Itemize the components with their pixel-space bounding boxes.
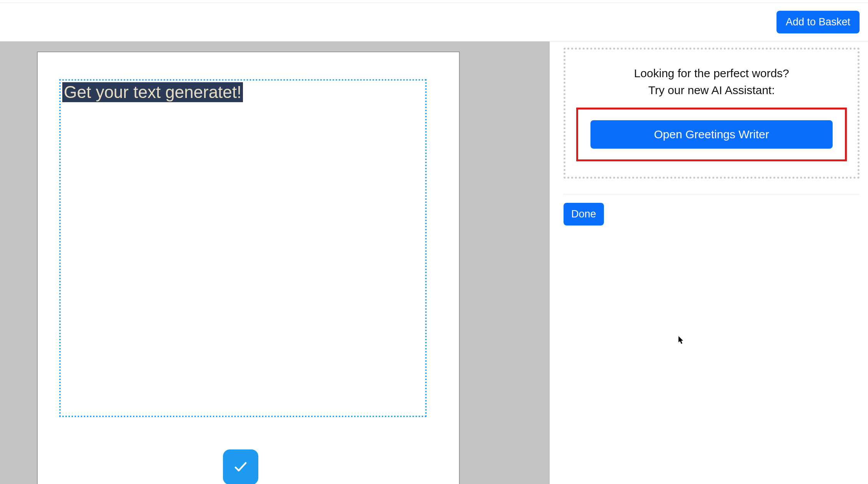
open-greetings-writer-button[interactable]: Open Greetings Writer: [590, 120, 833, 149]
done-button[interactable]: Done: [564, 203, 604, 225]
selected-text[interactable]: Get your text generatet!: [62, 82, 243, 102]
text-input-area[interactable]: Get your text generatet!: [59, 79, 427, 417]
panel-divider: [564, 194, 860, 194]
canvas-area: Get your text generatet!: [0, 41, 550, 484]
card-editor: Get your text generatet!: [37, 51, 460, 484]
top-divider: [0, 0, 868, 3]
ai-prompt-line1: Looking for the perfect words?: [576, 65, 847, 82]
add-to-basket-button[interactable]: Add to Basket: [777, 11, 860, 33]
header-row: Add to Basket: [0, 3, 868, 41]
confirm-button[interactable]: [223, 449, 258, 484]
ai-assistant-promo: Looking for the perfect words? Try our n…: [564, 48, 860, 179]
greetings-writer-highlight: Open Greetings Writer: [576, 108, 847, 161]
checkmark-icon: [233, 459, 248, 476]
side-panel: Looking for the perfect words? Try our n…: [550, 41, 868, 484]
main-content: Get your text generatet! Looking for the…: [0, 41, 868, 484]
ai-prompt-line2: Try our new AI Assistant:: [576, 82, 847, 99]
